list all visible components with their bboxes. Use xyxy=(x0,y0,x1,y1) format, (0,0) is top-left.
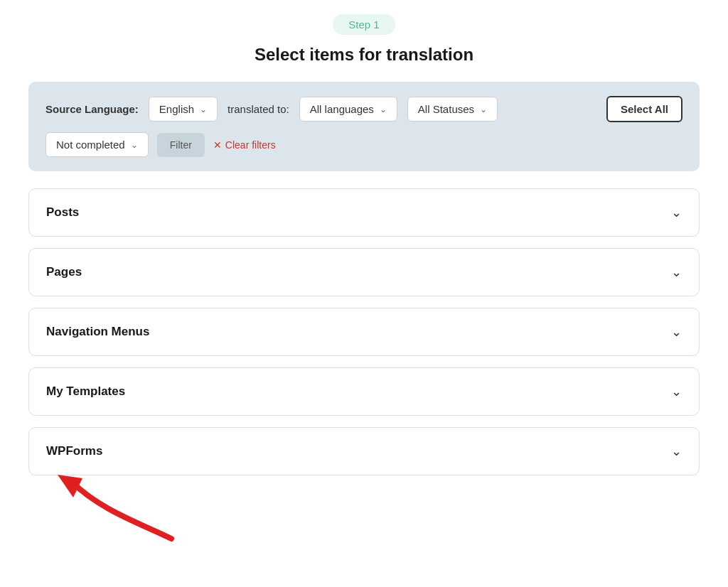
not-completed-dropdown[interactable]: Not completed ⌄ xyxy=(46,132,149,157)
clear-filters-x-icon: ✕ xyxy=(213,139,222,151)
svg-marker-0 xyxy=(58,475,82,497)
accordion-title-posts: Posts xyxy=(46,205,79,220)
page-header: Step 1 Select items for translation xyxy=(28,14,700,65)
accordion-header-my-templates[interactable]: My Templates ⌄ xyxy=(29,368,699,415)
clear-filters-button[interactable]: ✕ Clear filters xyxy=(213,139,276,151)
source-language-value: English xyxy=(159,103,194,115)
not-completed-chevron-icon: ⌄ xyxy=(131,140,138,150)
accordion-list: Posts ⌄ Pages ⌄ Navigation Menus ⌄ My Te… xyxy=(28,188,700,475)
not-completed-value: Not completed xyxy=(56,139,125,151)
source-language-chevron-icon: ⌄ xyxy=(200,104,207,114)
step-badge: Step 1 xyxy=(28,14,700,45)
accordion-section-posts: Posts ⌄ xyxy=(28,188,700,237)
accordion-section-my-templates: My Templates ⌄ xyxy=(28,367,700,416)
filters-panel: Source Language: English ⌄ translated to… xyxy=(28,82,700,171)
translated-to-label: translated to: xyxy=(228,103,289,115)
source-language-label: Source Language: xyxy=(46,103,139,115)
all-statuses-chevron-icon: ⌄ xyxy=(480,104,487,114)
accordion-chevron-pages-icon: ⌄ xyxy=(671,264,682,280)
accordion-title-navigation-menus: Navigation Menus xyxy=(46,325,149,339)
clear-filters-label: Clear filters xyxy=(225,139,276,151)
filters-row1: Source Language: English ⌄ translated to… xyxy=(46,96,682,122)
accordion-title-my-templates: My Templates xyxy=(46,384,125,399)
accordion-title-pages: Pages xyxy=(46,265,82,279)
accordion-section-navigation-menus: Navigation Menus ⌄ xyxy=(28,308,700,356)
filter-button[interactable]: Filter xyxy=(157,133,205,157)
accordion-header-posts[interactable]: Posts ⌄ xyxy=(29,189,699,236)
accordion-title-wpforms: WPForms xyxy=(46,444,102,458)
select-all-button[interactable]: Select All xyxy=(606,96,682,122)
all-languages-value: All languages xyxy=(310,103,374,115)
filters-row2: Not completed ⌄ Filter ✕ Clear filters xyxy=(46,132,682,157)
accordion-section-pages: Pages ⌄ xyxy=(28,248,700,296)
all-languages-dropdown[interactable]: All languages ⌄ xyxy=(299,97,397,122)
red-arrow-annotation xyxy=(43,468,200,546)
all-statuses-value: All Statuses xyxy=(418,103,474,115)
accordion-chevron-wpforms-icon: ⌄ xyxy=(671,443,682,459)
source-language-dropdown[interactable]: English ⌄ xyxy=(149,97,218,122)
accordion-header-pages[interactable]: Pages ⌄ xyxy=(29,249,699,296)
all-languages-chevron-icon: ⌄ xyxy=(380,104,387,114)
accordion-chevron-navigation-menus-icon: ⌄ xyxy=(671,324,682,340)
accordion-chevron-my-templates-icon: ⌄ xyxy=(671,384,682,399)
accordion-header-wpforms[interactable]: WPForms ⌄ xyxy=(29,428,699,475)
accordion-header-navigation-menus[interactable]: Navigation Menus ⌄ xyxy=(29,308,699,355)
all-statuses-dropdown[interactable]: All Statuses ⌄ xyxy=(407,97,498,122)
accordion-section-wpforms: WPForms ⌄ xyxy=(28,427,700,475)
accordion-chevron-posts-icon: ⌄ xyxy=(671,205,682,220)
page-title: Select items for translation xyxy=(28,45,700,65)
